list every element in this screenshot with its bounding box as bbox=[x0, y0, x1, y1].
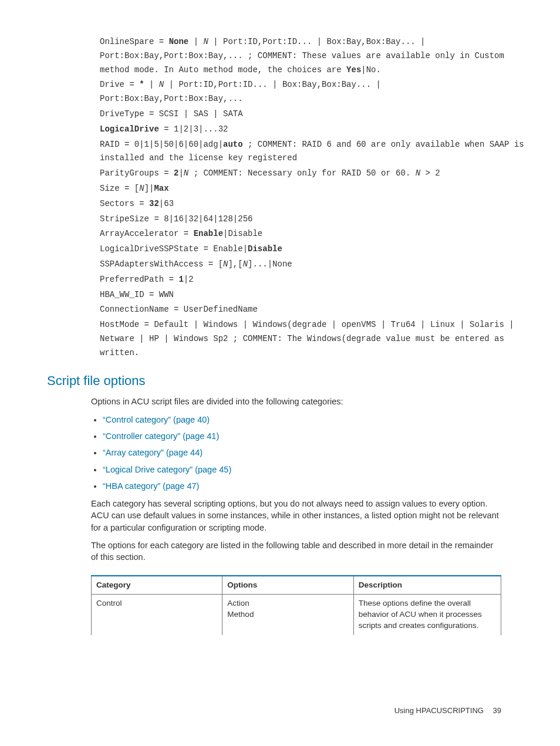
page-number: 39 bbox=[493, 706, 501, 715]
option-value: Action bbox=[227, 598, 348, 609]
body-paragraph: The options for each category are listed… bbox=[91, 539, 501, 563]
body-paragraph: Each category has several scripting opti… bbox=[91, 498, 501, 534]
link-controller-category[interactable]: “Controller category” (page 41) bbox=[103, 431, 219, 441]
list-item: “Logical Drive category” (page 45) bbox=[103, 464, 501, 475]
list-item: “HBA category” (page 47) bbox=[103, 480, 501, 492]
code-line: PreferredPath = 1|2 bbox=[100, 273, 525, 287]
cell-options: Action Method bbox=[222, 595, 353, 635]
cell-description: These options define the overall behavio… bbox=[353, 595, 501, 635]
col-header-description: Description bbox=[353, 576, 501, 595]
code-listing: OnlineSpare = None | N | Port:ID,Port:ID… bbox=[100, 35, 525, 360]
col-header-category: Category bbox=[92, 576, 222, 595]
code-line: LogicalDriveSSPState = Enable|Disable bbox=[100, 242, 525, 256]
col-header-options: Options bbox=[222, 576, 353, 595]
list-item: “Controller category” (page 41) bbox=[103, 430, 501, 442]
footer-text: Using HPACUSCRIPTING bbox=[394, 706, 484, 715]
cell-category: Control bbox=[92, 595, 222, 635]
code-line: DriveType = SCSI | SAS | SATA bbox=[100, 107, 525, 121]
code-line: HostMode = Default | Windows | Windows(d… bbox=[100, 318, 525, 360]
list-item: “Array category” (page 44) bbox=[103, 447, 501, 458]
options-table: Category Options Description Control Act… bbox=[91, 575, 501, 636]
section-heading: Script file options bbox=[47, 372, 525, 390]
category-link-list: “Control category” (page 40) “Controller… bbox=[91, 414, 501, 492]
code-line: ArrayAccelerator = Enable|Disable bbox=[100, 227, 525, 241]
code-line: Drive = * | N | Port:ID,Port:ID... | Box… bbox=[100, 78, 525, 106]
code-line: RAID = 0|1|5|50|6|60|adg|auto ; COMMENT:… bbox=[100, 138, 525, 166]
code-line: SSPAdaptersWithAccess = [N],[N]...|None bbox=[100, 258, 525, 272]
list-item: “Control category” (page 40) bbox=[103, 414, 501, 426]
link-control-category[interactable]: “Control category” (page 40) bbox=[103, 415, 210, 424]
page-footer: Using HPACUSCRIPTING 39 bbox=[35, 706, 525, 716]
code-line: ConnectionName = UserDefinedName bbox=[100, 303, 525, 317]
link-array-category[interactable]: “Array category” (page 44) bbox=[103, 448, 203, 457]
link-hba-category[interactable]: “HBA category” (page 47) bbox=[103, 481, 199, 491]
code-line: OnlineSpare = None | N | Port:ID,Port:ID… bbox=[100, 35, 525, 77]
code-line: LogicalDrive = 1|2|3|...32 bbox=[100, 123, 525, 137]
option-value: Method bbox=[227, 609, 348, 620]
code-line: ParityGroups = 2|N ; COMMENT: Necessary … bbox=[100, 167, 525, 181]
code-line: Size = [N]|Max bbox=[100, 182, 525, 196]
table-row: Control Action Method These options defi… bbox=[92, 595, 501, 635]
link-logical-drive-category[interactable]: “Logical Drive category” (page 45) bbox=[103, 465, 231, 474]
code-line: HBA_WW_ID = WWN bbox=[100, 288, 525, 302]
code-line: Sectors = 32|63 bbox=[100, 197, 525, 211]
code-line: StripeSize = 8|16|32|64|128|256 bbox=[100, 212, 525, 227]
intro-text: Options in ACU script files are divided … bbox=[91, 396, 501, 407]
